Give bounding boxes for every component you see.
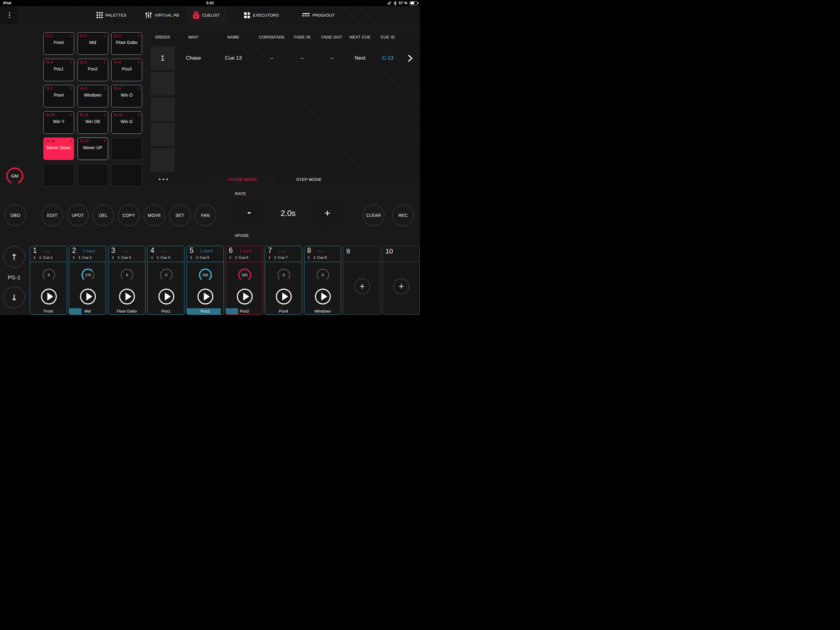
column-header: NAME: [227, 35, 239, 40]
executor-3[interactable]: 3-: ---11: Cue 30Floor Gobo: [108, 246, 145, 315]
rate-minus-button[interactable]: -: [235, 199, 264, 226]
empty-cue-row: [176, 98, 420, 121]
executor-2[interactable]: 21: Cue 211: Cue 2170Mid: [69, 246, 106, 315]
executor-fader[interactable]: Mid: [69, 308, 106, 315]
knob-value: 255: [242, 273, 248, 277]
cuelist-name: Mover Down: [44, 145, 74, 150]
tab-virtual-pb[interactable]: VIRTUAL PB: [140, 6, 185, 24]
copy-button[interactable]: COPY: [118, 204, 140, 226]
play-button[interactable]: [197, 288, 214, 305]
executor-fader[interactable]: [343, 308, 380, 315]
rate-plus-button[interactable]: +: [314, 199, 341, 226]
executor-fader[interactable]: Floor Gobo: [109, 308, 145, 315]
clear-button[interactable]: CLEAR: [363, 204, 384, 226]
cuelist-cell-cl-8[interactable]: CL-81Windows: [77, 85, 108, 108]
cuelist-cell-cl-10[interactable]: CL-101Win Y: [43, 111, 74, 134]
executor-header[interactable]: 21: Cue 211: Cue 2: [69, 246, 106, 262]
executor-6[interactable]: 61: Cue 611: Cue 6255Pos3: [226, 246, 263, 315]
page-down-button[interactable]: ↓: [3, 287, 25, 308]
cuelist-cell-empty[interactable]: [111, 138, 142, 160]
level-knob[interactable]: 0: [315, 267, 331, 283]
cuelist-cell-cl-2[interactable]: CL-21Mid: [77, 32, 108, 55]
executor-fader[interactable]: Windows: [305, 308, 341, 315]
executor-header[interactable]: 3-: ---11: Cue 3: [109, 246, 145, 262]
cuelist-cell-cl-11[interactable]: CL-111Win DB: [77, 111, 108, 134]
cuelist-cell-cl-4[interactable]: CL-41Pos1: [43, 59, 74, 81]
del-button[interactable]: DEL: [93, 204, 114, 226]
tab-palettes[interactable]: PALETTES: [92, 6, 131, 24]
executor-fader[interactable]: Pos4: [265, 308, 302, 315]
executor-header[interactable]: 51: Cue 511: Cue 5: [187, 246, 224, 262]
play-button[interactable]: [275, 288, 292, 305]
more-button[interactable]: [151, 174, 208, 185]
updt-button[interactable]: UPDT: [67, 204, 88, 226]
menu-kebab-icon[interactable]: [6, 6, 13, 24]
executor-header[interactable]: 1-: ---11: Cue 1: [30, 246, 67, 262]
set-button[interactable]: SET: [169, 204, 191, 226]
page-up-button[interactable]: ↑: [3, 246, 25, 268]
cuelist-cell-cl-14[interactable]: CL-141Mover UP: [77, 138, 108, 160]
cuelist-cell-empty[interactable]: [111, 164, 142, 187]
executor-4[interactable]: 4-: ---11: Cue 40Pos1: [147, 246, 185, 315]
executor-fader[interactable]: Front: [30, 308, 67, 315]
cuelist-cell-cl-5[interactable]: CL-51Pos2: [77, 59, 108, 81]
cuelist-cell-cl-12[interactable]: CL-121Win G: [111, 111, 142, 134]
tab-step-mode[interactable]: STEP MODE: [277, 174, 341, 185]
cuelist-cell-empty[interactable]: [77, 164, 108, 187]
executor-fader[interactable]: Pos3: [226, 308, 262, 315]
play-button[interactable]: [79, 288, 96, 305]
tab-prog-out[interactable]: PROG/OUT: [297, 6, 340, 24]
executor-header[interactable]: 7-: ---11: Cue 7: [265, 246, 302, 262]
play-button[interactable]: [158, 288, 175, 305]
executor-10[interactable]: 10+: [382, 246, 420, 315]
executor-9[interactable]: 9+: [343, 246, 381, 315]
level-knob[interactable]: 0: [158, 267, 174, 283]
cuelist-cell-cl-9[interactable]: CL-91Win O: [111, 85, 142, 108]
rec-button[interactable]: REC: [392, 204, 414, 226]
executor-name: Windows: [305, 309, 341, 313]
executor-header[interactable]: 4-: ---11: Cue 4: [148, 246, 184, 262]
grand-master-knob[interactable]: GM: [6, 167, 24, 185]
add-executor-button[interactable]: +: [393, 278, 409, 295]
play-button[interactable]: [40, 288, 57, 305]
cue-row-chevron-icon[interactable]: [408, 54, 413, 62]
tab-cuelist[interactable]: CUELIST: [186, 6, 226, 24]
executor-fader[interactable]: [383, 308, 419, 315]
cuelist-id: CL-7: [46, 86, 53, 90]
executor-1[interactable]: 1-: ---11: Cue 10Front: [30, 246, 67, 315]
cuelist-cell-cl-6[interactable]: CL-61Pos3: [111, 59, 142, 81]
add-executor-button[interactable]: +: [354, 278, 371, 295]
play-button[interactable]: [314, 288, 332, 305]
fan-button[interactable]: FAN: [195, 204, 216, 226]
level-knob[interactable]: 0: [119, 267, 135, 283]
level-knob[interactable]: 0: [276, 267, 292, 283]
executor-fader[interactable]: Pos1: [148, 308, 184, 315]
executor-fader[interactable]: Pos2: [187, 308, 224, 315]
cue-table: ORDERWAITNAMECORSSFADEFADE INFADE OUTNEX…: [151, 30, 420, 186]
level-knob[interactable]: 255: [197, 267, 213, 283]
edit-button[interactable]: EDIT: [41, 204, 63, 226]
cuelist-name: Pos3: [112, 66, 142, 71]
cuelist-id: CL-5: [80, 60, 87, 64]
cuelist-cell-cl-13[interactable]: CL-131Mover Down: [43, 138, 74, 160]
play-button[interactable]: [236, 288, 253, 305]
cuelist-cell-empty[interactable]: [43, 164, 74, 187]
cue-order-cell[interactable]: 1: [151, 46, 175, 70]
tab-chase-mode[interactable]: CHASE MODE: [208, 174, 277, 185]
play-button[interactable]: [118, 288, 136, 305]
level-knob[interactable]: 255: [237, 267, 253, 283]
level-knob[interactable]: 170: [80, 267, 96, 283]
tab-executors[interactable]: EXECUTORS: [242, 6, 281, 24]
executor-5[interactable]: 51: Cue 511: Cue 5255Pos2: [186, 246, 224, 315]
executor-header[interactable]: 8-: ---11: Cue 8: [305, 246, 341, 262]
cuelist-cell-cl-1[interactable]: CL-11Front: [43, 32, 74, 55]
cuelist-cell-cl-3[interactable]: CL-31Floor Gobo: [111, 32, 142, 55]
level-knob[interactable]: 0: [41, 267, 57, 283]
move-button[interactable]: MOVE: [144, 204, 165, 226]
column-header: NEXT CUE: [350, 35, 371, 40]
dbo-button[interactable]: DBO: [5, 204, 26, 226]
executor-7[interactable]: 7-: ---11: Cue 70Pos4: [265, 246, 302, 315]
executor-header[interactable]: 61: Cue 611: Cue 6: [226, 246, 262, 262]
executor-8[interactable]: 8-: ---11: Cue 80Windows: [304, 246, 341, 315]
cuelist-cell-cl-7[interactable]: CL-71Pos4: [43, 85, 74, 108]
